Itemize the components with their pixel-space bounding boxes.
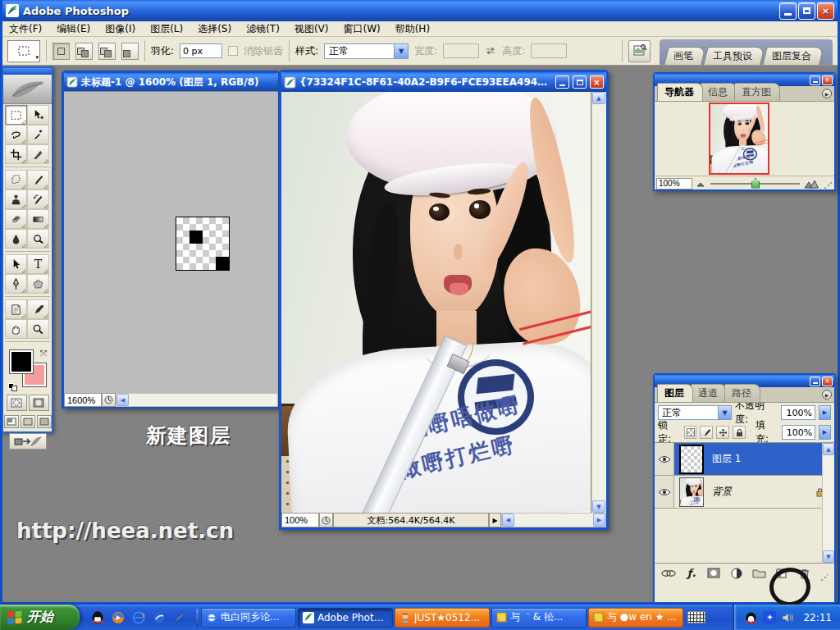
status-flyout-icon[interactable]: ▶ <box>489 513 501 527</box>
input-method-keyboard-icon[interactable] <box>687 611 705 623</box>
resize-grip[interactable] <box>819 573 828 582</box>
palette-menu-icon[interactable]: ▶ <box>822 390 832 399</box>
blur-tool[interactable]: ◿ <box>5 229 27 249</box>
selection-mode-new-button[interactable] <box>52 43 70 60</box>
doc1-horizontal-scrollbar[interactable]: ◀ <box>116 393 278 407</box>
current-tool-preview[interactable]: ▾ <box>7 40 40 62</box>
tab-paths[interactable]: 路径 <box>724 384 760 402</box>
standard-mode-button[interactable] <box>7 395 27 411</box>
path-selection-tool[interactable]: ◿ <box>5 254 27 274</box>
app-titlebar[interactable]: Adobe Photoshop × <box>2 0 838 21</box>
palette-minimize-button[interactable] <box>810 75 820 85</box>
navigator-zoom-slider[interactable] <box>710 183 800 185</box>
background-thumbnail[interactable]: 吃嘢唔做嘢 做嘢打烂嘢 <box>679 477 704 507</box>
taskbar-button-forum[interactable]: 电白同乡论... <box>201 608 296 628</box>
doc1-zoom-field[interactable] <box>64 393 102 407</box>
tab-layers[interactable]: 图层 <box>657 384 693 402</box>
lock-position-icon[interactable] <box>716 426 729 439</box>
style-select[interactable]: 正常 ▼ <box>324 43 409 59</box>
tab-info[interactable]: 信息 <box>701 83 737 101</box>
scroll-left-icon[interactable]: ◀ <box>116 394 129 406</box>
internet-explorer-icon[interactable] <box>132 611 145 624</box>
history-brush-tool[interactable]: ◿ <box>27 189 49 209</box>
opacity-popup-icon[interactable]: ▶ <box>819 405 831 420</box>
well-tab-brushes[interactable]: 画笔 <box>664 47 705 65</box>
maximize-button[interactable] <box>798 2 815 20</box>
qq-tray-icon[interactable] <box>744 610 758 624</box>
default-colors-icon[interactable] <box>8 383 18 391</box>
close-button[interactable]: × <box>817 2 834 20</box>
fullscreen-menubar-mode-button[interactable] <box>21 415 35 428</box>
link-layers-icon[interactable] <box>661 567 676 580</box>
new-group-icon[interactable] <box>752 567 766 580</box>
navigator-zoom-field[interactable] <box>656 178 692 189</box>
menu-filter[interactable]: 滤镜(T) <box>246 22 280 36</box>
foreground-color-swatch[interactable] <box>10 350 33 373</box>
taskbar-button-chat-2[interactable]: 与 ●w en ★ ... <box>588 608 683 628</box>
chevron-down-icon[interactable]: ▼ <box>394 44 408 58</box>
slice-tool[interactable]: ◿ <box>27 144 49 164</box>
slider-thumb[interactable] <box>751 178 760 189</box>
doc2-minimize-button[interactable] <box>555 75 569 89</box>
brush-tool[interactable]: ◿ <box>27 170 49 189</box>
tab-histogram[interactable]: 直方图 <box>734 83 780 101</box>
document-size-readout[interactable]: 文档:564.4K/564.4K <box>333 513 489 527</box>
height-input[interactable] <box>531 43 567 58</box>
canvas-transparent-checkerboard[interactable] <box>176 217 230 271</box>
gradient-tool[interactable]: ◿ <box>27 209 49 229</box>
menu-window[interactable]: 窗口(W) <box>343 22 380 36</box>
doc2-maximize-button[interactable] <box>573 75 587 89</box>
navigator-proxy-view[interactable]: 吃嘢唔做嘢 做嘢打烂嘢 <box>709 103 769 175</box>
fill-field[interactable]: 100% <box>782 425 816 440</box>
doc1-canvas-area[interactable] <box>64 91 278 393</box>
background-layer-name[interactable]: 背景 <box>712 485 732 499</box>
scroll-up-icon[interactable]: ▲ <box>823 443 834 455</box>
menu-select[interactable]: 选择(S) <box>198 22 231 36</box>
scroll-down-icon[interactable]: ▼ <box>592 500 605 513</box>
lock-transparency-icon[interactable] <box>684 426 697 439</box>
media-player-icon[interactable] <box>112 611 125 624</box>
scroll-right-icon[interactable]: ▶ <box>593 514 605 527</box>
menu-file[interactable]: 文件(F) <box>9 22 42 36</box>
layer1-thumbnail[interactable] <box>679 445 704 474</box>
menu-edit[interactable]: 编辑(E) <box>57 22 90 36</box>
antialias-checkbox[interactable] <box>228 46 238 56</box>
doc2-titlebar[interactable]: {73324F1C-8F61-40A2-B9F6-FCE93EEA4944}..… <box>281 72 606 92</box>
zoom-out-icon[interactable] <box>696 180 706 187</box>
layers-scrollbar[interactable]: ▲ ▼ <box>822 443 834 563</box>
notes-tool[interactable]: ◿ <box>5 299 27 319</box>
toolbox-titlebar[interactable] <box>3 68 52 75</box>
selection-mode-subtract-button[interactable] <box>98 43 116 60</box>
layer1-name[interactable]: 图层 1 <box>712 452 741 466</box>
status-info-icon[interactable] <box>102 393 116 407</box>
taskbar-button-qq-chat[interactable]: JUST★0512... <box>395 608 490 628</box>
healing-brush-tool[interactable]: ◿ <box>5 170 27 189</box>
menu-layer[interactable]: 图层(L) <box>150 22 183 36</box>
pen-utility-icon[interactable] <box>173 611 186 624</box>
palette-close-button[interactable]: × <box>822 377 833 386</box>
eyedropper-tool[interactable]: ◿ <box>27 299 49 319</box>
well-tab-tool-presets[interactable]: 工具预设 <box>703 47 765 65</box>
scroll-down-icon[interactable]: ▼ <box>823 550 834 563</box>
width-input[interactable] <box>443 43 479 58</box>
visibility-eye-icon[interactable] <box>655 443 674 475</box>
layer-style-icon[interactable]: ƒ. <box>685 567 698 580</box>
swap-dimensions-icon[interactable] <box>485 46 496 56</box>
quick-mask-mode-button[interactable] <box>29 395 49 411</box>
rectangular-marquee-tool[interactable]: ◿ <box>5 105 27 125</box>
browser-icon[interactable] <box>153 611 166 624</box>
menu-view[interactable]: 视图(V) <box>294 22 329 36</box>
hand-tool[interactable] <box>5 319 27 339</box>
dodge-tool[interactable]: ◿ <box>27 229 49 249</box>
chevron-down-icon[interactable]: ▼ <box>718 406 731 419</box>
layer-row-layer1[interactable]: 图层 1 <box>655 443 834 476</box>
lock-all-icon[interactable] <box>733 426 746 439</box>
clone-stamp-tool[interactable]: ◿ <box>5 189 27 209</box>
eraser-tool[interactable]: ◿ <box>5 209 27 229</box>
doc2-canvas-photo[interactable]: 吃嘢唔做嘢 做嘢打烂嘢 <box>281 92 591 513</box>
layer-row-background[interactable]: 吃嘢唔做嘢 做嘢打烂嘢 背景 <box>655 476 834 509</box>
magic-wand-tool[interactable] <box>27 125 49 144</box>
fill-popup-icon[interactable]: ▶ <box>819 425 831 440</box>
doc2-vertical-scrollbar[interactable]: ▲ ▼ <box>591 92 605 513</box>
volume-icon[interactable] <box>781 610 795 624</box>
